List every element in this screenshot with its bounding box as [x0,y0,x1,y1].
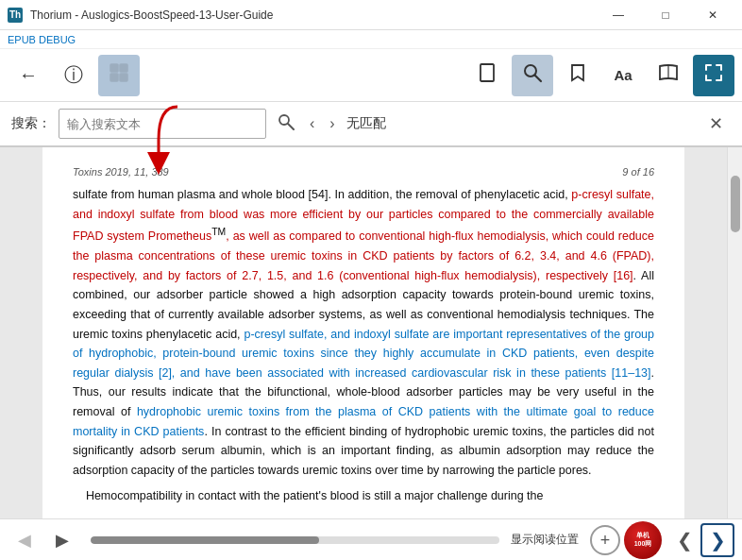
search-bar: 搜索： ‹ › 无匹配 ✕ [0,102,742,147]
fullscreen-button[interactable] [693,55,734,96]
font-button[interactable]: Aa [602,55,644,96]
zoom-minus-btn[interactable]: + [590,525,620,555]
highlight-blue-2: hydrophobic uremic toxins from the plasm… [73,405,654,438]
document-page: Toxins 2019, 11, 389 9 of 16 sulfate fro… [42,147,684,518]
main-content-area: Toxins 2019, 11, 389 9 of 16 sulfate fro… [0,147,742,518]
bottom-prev-button[interactable]: ❮ [673,523,697,557]
search-label: 搜索： [11,115,51,132]
svg-rect-0 [110,64,118,72]
search-close-button[interactable]: ✕ [701,110,731,138]
bookmarks-icon [567,62,588,88]
window-controls: — □ ✕ [597,2,734,28]
scrollbar[interactable] [727,147,742,518]
highlight-blue-1: p-cresyl sulfate, and indoxyl sulfate ar… [73,328,654,380]
debug-bar: EPUB DEBUG [0,30,742,49]
prev-page-button[interactable]: ◀ [8,523,42,557]
journal-citation: Toxins 2019, 11, 389 [73,166,169,178]
debug-label: EPUB DEBUG [8,34,76,45]
trademark: TM [211,227,226,237]
back-icon: ← [19,64,38,86]
next-page-button[interactable]: ▶ [45,523,79,557]
bookmark-add-button[interactable] [466,55,508,96]
font-icon: Aa [614,67,632,83]
document-meta: Toxins 2019, 11, 389 9 of 16 [73,166,654,178]
svg-rect-2 [110,74,118,81]
title-bar: Th Thorium - Auslogics-BoostSpeed-13-Use… [0,0,742,30]
watermark-area: + 单机100网 [590,521,662,559]
scrollbar-thumb[interactable] [731,176,740,232]
bottom-next-button[interactable]: ❯ [700,523,734,557]
maximize-button[interactable]: □ [644,2,687,28]
next-icon: ▶ [56,530,69,551]
bottom-bar: ◀ ▶ 显示阅读位置 + 单机100网 ❮ ❯ [0,518,742,560]
progress-fill [91,536,319,544]
show-position-label: 显示阅读位置 [511,532,579,548]
svg-rect-4 [481,64,494,81]
watermark-logo: 单机100网 [624,521,662,559]
page-number: 9 of 16 [622,166,654,178]
svg-line-6 [535,76,542,82]
bottom-right-nav: ❮ ❯ [673,523,734,557]
paragraph-1: sulfate from human plasma and whole bloo… [73,185,654,481]
app-icon: Th [8,8,23,23]
close-button[interactable]: ✕ [691,2,734,28]
prev-icon: ◀ [18,530,31,551]
document-area: Toxins 2019, 11, 389 9 of 16 sulfate fro… [0,147,727,518]
svg-line-9 [288,124,294,129]
search-icon [522,62,543,88]
toolbar: ← ⓘ [0,49,742,102]
back-button[interactable]: ← [8,55,49,96]
toc-button[interactable] [98,55,140,96]
reader-mode-button[interactable] [648,55,689,96]
search-input[interactable] [59,109,266,139]
search-status: 无匹配 [346,115,386,132]
progress-bar[interactable] [91,536,499,544]
fullscreen-icon [703,62,724,88]
svg-rect-1 [120,64,127,72]
bookmark-add-icon [477,62,497,88]
reader-icon [658,62,679,88]
search-submit-button[interactable] [274,110,298,139]
svg-rect-3 [120,74,127,81]
search-button[interactable] [512,55,553,96]
title-bar-left: Th Thorium - Auslogics-BoostSpeed-13-Use… [8,8,273,23]
document-text: sulfate from human plasma and whole bloo… [73,185,654,505]
toc-icon [109,62,129,88]
minimize-button[interactable]: — [597,2,640,28]
search-prev-button[interactable]: ‹ [306,111,318,136]
info-button[interactable]: ⓘ [53,55,94,96]
info-icon: ⓘ [64,62,83,88]
search-next-button[interactable]: › [326,111,338,136]
window-title: Thorium - Auslogics-BoostSpeed-13-User-G… [30,8,273,22]
paragraph-2: Hemocompatibility in contact with the pa… [73,486,654,506]
bookmarks-button[interactable] [557,55,599,96]
